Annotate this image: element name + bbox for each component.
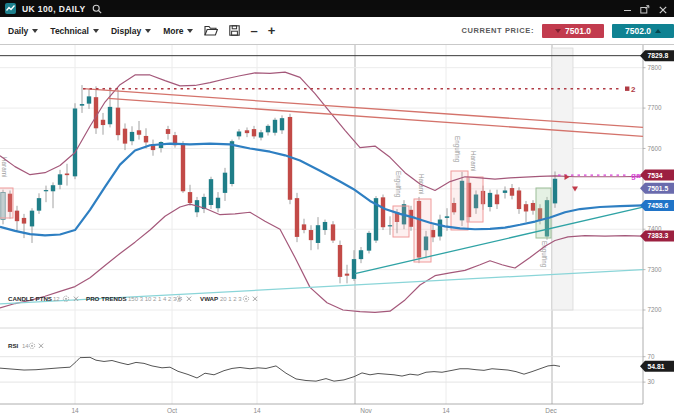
chart-window: HaramiEngulfingHaramiEngulfingHaramiEngu… (0, 0, 674, 420)
candle (65, 174, 69, 176)
popout-icon[interactable] (640, 0, 650, 18)
search-icon[interactable] (92, 4, 102, 14)
menu-technical[interactable]: Technical (50, 26, 99, 36)
candle (359, 250, 363, 259)
candle (209, 179, 213, 205)
candle (309, 230, 313, 240)
candle (323, 222, 327, 230)
gear-icon[interactable] (29, 343, 34, 348)
gear-icon[interactable] (243, 296, 248, 301)
candle (488, 193, 492, 207)
indicator-params: 150 3 10 2 1 4 2 3 8 (128, 296, 182, 302)
candle (517, 190, 521, 209)
candle (367, 233, 371, 251)
candle (108, 107, 112, 124)
candle (553, 179, 557, 204)
y-axis-tick-label: 7200 (648, 306, 663, 313)
chevron-down-icon (32, 29, 38, 33)
candle (216, 198, 220, 208)
pattern-label-harami: Harami (470, 151, 477, 171)
indicator-params: 20 1 2 3 (220, 296, 242, 302)
candle (116, 108, 120, 135)
price-chart[interactable]: HaramiEngulfingHaramiEngulfingHaramiEngu… (0, 0, 674, 420)
candle (30, 211, 34, 227)
menu-timeframe-label: Daily (8, 26, 28, 36)
pattern-box-harami (0, 188, 13, 218)
current-price-label: CURRENT PRICE: (461, 26, 534, 35)
close-icon[interactable] (659, 0, 667, 18)
close-icon[interactable] (39, 344, 43, 348)
candle (331, 224, 335, 240)
candle (188, 192, 192, 203)
window-title: UK 100, DAILY (22, 4, 85, 14)
price-badge-text: 7501.5 (648, 185, 669, 192)
chart-toolbar: Daily Technical Display More – + CURRENT… (0, 17, 674, 45)
rsi-label: RSI (8, 342, 19, 349)
x-axis-label: 14 (442, 407, 450, 414)
app-logo-icon (5, 3, 16, 14)
menu-display[interactable]: Display (111, 26, 151, 36)
indicator-label: PRO TRENDS (86, 295, 127, 302)
rsi-params: 14 (22, 343, 29, 349)
candle (37, 198, 41, 211)
candle (230, 141, 234, 184)
arrow-up-icon (655, 29, 661, 33)
candle (338, 245, 342, 277)
candle (302, 224, 306, 230)
chevron-down-icon (145, 29, 151, 33)
level-label: ga (631, 171, 641, 180)
candle (137, 130, 141, 134)
candle (524, 204, 528, 211)
menu-more[interactable]: More (163, 26, 193, 36)
candle (259, 132, 263, 137)
sell-price-button[interactable]: 7501.0 (542, 24, 604, 38)
save-icon[interactable] (229, 25, 240, 36)
menu-technical-label: Technical (50, 26, 89, 36)
zoom-out-button[interactable]: – (250, 26, 257, 36)
pattern-label-engulfing: Engulfing (394, 171, 402, 198)
close-icon[interactable] (187, 297, 191, 301)
candle (295, 198, 299, 237)
x-axis-label: Oct (167, 407, 177, 414)
x-axis-label: Nov (360, 407, 372, 414)
y-axis-tick-label: 7600 (648, 145, 663, 152)
candle (130, 132, 134, 141)
candle (531, 203, 535, 211)
candle (44, 190, 48, 191)
price-badge-text: 7383.3 (648, 232, 669, 239)
price-badge-text: 7458.6 (648, 202, 669, 209)
menu-display-label: Display (111, 26, 141, 36)
candle (22, 218, 26, 224)
rsi-tick-label: 70 (648, 353, 656, 360)
candle (510, 188, 514, 196)
pattern-label-harami: Harami (1, 157, 8, 177)
price-badge-text: 7829.8 (648, 52, 669, 59)
candle (58, 174, 62, 184)
minimize-icon[interactable] (624, 10, 631, 11)
candle (144, 136, 148, 142)
buy-price-button[interactable]: 7502.0 (612, 24, 674, 38)
rsi-line (0, 357, 560, 381)
zoom-in-button[interactable]: + (268, 26, 276, 36)
pattern-label-engulfing: Engulfing (453, 136, 461, 163)
candle (166, 129, 170, 134)
x-axis-label: 14 (253, 407, 261, 414)
candle (245, 130, 249, 133)
candle (381, 197, 385, 227)
indicator-label: CANDLE PTNS (8, 295, 52, 302)
y-axis-tick-label: 7700 (648, 104, 663, 111)
candle (503, 190, 507, 192)
candle (445, 216, 449, 218)
open-folder-icon[interactable] (204, 25, 218, 36)
candle (273, 120, 277, 133)
candle (80, 104, 84, 106)
menu-timeframe[interactable]: Daily (8, 26, 38, 36)
candle (352, 259, 356, 279)
x-axis-label: 14 (71, 407, 79, 414)
candle (87, 96, 91, 103)
rsi-tick-label: 30 (648, 378, 656, 385)
candle (94, 97, 98, 128)
candle (101, 120, 105, 125)
chevron-down-icon (187, 29, 193, 33)
candle (495, 195, 499, 205)
